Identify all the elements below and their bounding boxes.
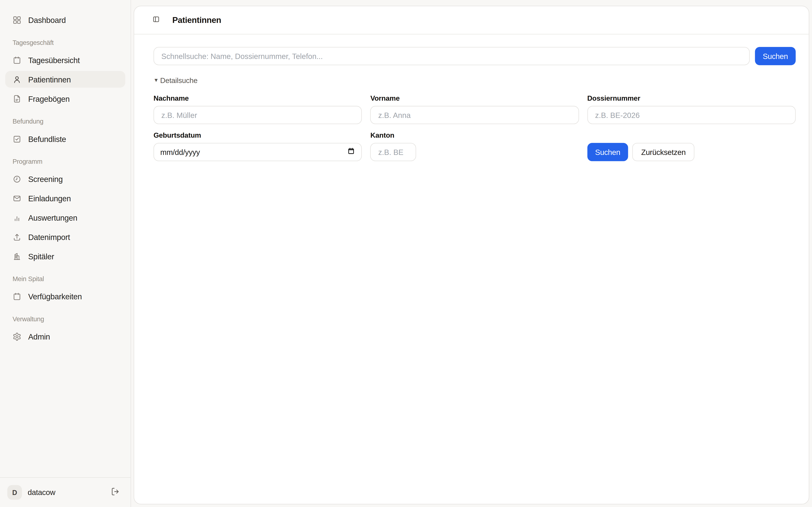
triangle-down-icon: ▼: [154, 77, 159, 83]
sidebar-group-verwaltung: Verwaltung: [5, 316, 125, 323]
page-title: Patientinnen: [172, 15, 221, 25]
field-vorname: Vorname: [370, 95, 579, 124]
kanton-input[interactable]: [370, 143, 416, 161]
sidebar-item-label: Fragebögen: [28, 94, 70, 103]
detail-search-form: Nachname Vorname Dossiernummer Geburtsda…: [154, 95, 796, 161]
page-content: Suchen ▼ Detailsuche Nachname Vorname Do…: [134, 34, 809, 161]
detail-search-toggle[interactable]: ▼ Detailsuche: [154, 76, 198, 84]
sidebar: Dashboard Tagesgeschäft Tagesübersicht P…: [0, 0, 131, 507]
dashboard-icon: [13, 15, 21, 24]
user-icon: [13, 75, 21, 84]
detail-search-toggle-label: Detailsuche: [160, 76, 198, 84]
gear-icon: [13, 332, 21, 341]
quick-search-input[interactable]: [154, 47, 750, 65]
sidebar-item-admin[interactable]: Admin: [5, 328, 125, 345]
sidebar-item-label: Tagesübersicht: [28, 56, 80, 64]
upload-icon: [13, 232, 21, 241]
field-kanton: Kanton: [370, 131, 579, 161]
sidebar-item-label: Befundliste: [28, 134, 66, 143]
sidebar-item-label: Admin: [28, 332, 50, 341]
detail-search-actions: Suchen Zurücksetzen: [587, 131, 796, 161]
vorname-label: Vorname: [370, 95, 579, 102]
sidebar-item-spitaeler[interactable]: Spitäler: [5, 248, 125, 264]
sidebar-item-label: Einladungen: [28, 194, 71, 203]
kanton-label: Kanton: [370, 131, 579, 139]
calendar-icon: [13, 56, 21, 64]
calendar-icon: [13, 292, 21, 301]
logout-button[interactable]: [111, 487, 119, 498]
nachname-label: Nachname: [154, 95, 362, 102]
sidebar-item-tagesuebersicht[interactable]: Tagesübersicht: [5, 52, 125, 68]
sidebar-item-label: Datenimport: [28, 232, 70, 241]
calendar-picker-icon[interactable]: [347, 147, 355, 157]
sidebar-nav: Dashboard Tagesgeschäft Tagesübersicht P…: [0, 0, 131, 347]
sidebar-item-label: Spitäler: [28, 251, 54, 261]
field-nachname: Nachname: [154, 95, 362, 124]
building-icon: [13, 251, 21, 261]
bar-chart-icon: [13, 213, 21, 222]
sidebar-group-tagesgeschaeft: Tagesgeschäft: [5, 39, 125, 46]
sidebar-item-label: Screening: [28, 174, 63, 183]
app-window: Dashboard Tagesgeschäft Tagesübersicht P…: [0, 0, 812, 507]
sidebar-item-screening[interactable]: Screening: [5, 170, 125, 187]
field-geburtsdatum: Geburtsdatum mm/dd/yyyy: [154, 131, 362, 161]
sidebar-item-dashboard[interactable]: Dashboard: [5, 11, 125, 28]
dossiernummer-label: Dossiernummer: [587, 95, 796, 102]
file-text-icon: [13, 94, 21, 103]
quick-search-row: Suchen: [154, 47, 796, 65]
detail-search-button[interactable]: Suchen: [587, 143, 628, 161]
quick-search-button[interactable]: Suchen: [755, 47, 796, 65]
field-dossiernummer: Dossiernummer: [587, 95, 796, 124]
check-square-icon: [13, 134, 21, 143]
mail-icon: [13, 194, 21, 203]
sidebar-toggle-button[interactable]: [152, 15, 160, 24]
username: datacow: [28, 488, 105, 497]
nachname-input[interactable]: [154, 106, 362, 124]
sidebar-item-einladungen[interactable]: Einladungen: [5, 190, 125, 207]
main-panel: Patientinnen Suchen ▼ Detailsuche Nachna…: [134, 6, 809, 504]
date-format-text: mm/dd/yyyy: [160, 148, 200, 156]
page-header: Patientinnen: [134, 6, 809, 34]
sidebar-item-label: Auswertungen: [28, 213, 77, 222]
sidebar-item-frageboegen[interactable]: Fragebögen: [5, 90, 125, 107]
sidebar-item-verfuegbarkeiten[interactable]: Verfügbarkeiten: [5, 288, 125, 304]
sidebar-item-label: Dashboard: [28, 15, 66, 24]
avatar: D: [7, 485, 22, 500]
sidebar-footer: D datacow: [0, 477, 131, 507]
sidebar-item-patientinnen[interactable]: Patientinnen: [5, 71, 125, 88]
sidebar-group-programm: Programm: [5, 158, 125, 165]
logout-icon: [111, 487, 119, 498]
sidebar-item-befundliste[interactable]: Befundliste: [5, 130, 125, 147]
sidebar-item-datenimport[interactable]: Datenimport: [5, 229, 125, 245]
reset-button[interactable]: Zurücksetzen: [632, 143, 695, 161]
sidebar-item-label: Verfügbarkeiten: [28, 292, 82, 301]
clock-icon: [13, 174, 21, 183]
geburtsdatum-input[interactable]: mm/dd/yyyy: [154, 143, 362, 161]
geburtsdatum-label: Geburtsdatum: [154, 131, 362, 139]
vorname-input[interactable]: [370, 106, 579, 124]
sidebar-group-mein-spital: Mein Spital: [5, 276, 125, 283]
dossiernummer-input[interactable]: [587, 106, 796, 124]
panel-left-icon: [152, 15, 160, 24]
sidebar-item-auswertungen[interactable]: Auswertungen: [5, 209, 125, 226]
sidebar-item-label: Patientinnen: [28, 75, 71, 84]
sidebar-group-befundung: Befundung: [5, 118, 125, 125]
